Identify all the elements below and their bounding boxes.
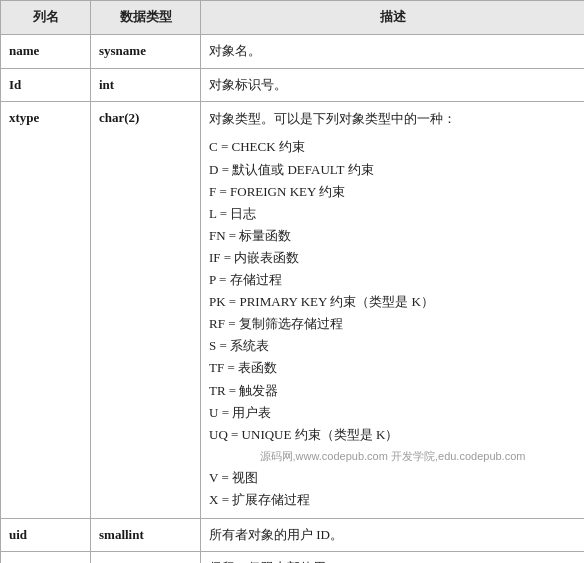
xtype-line-9: RF = 复制筛选存储过程 — [209, 313, 576, 335]
xtype-line-16: X = 扩展存储过程 — [209, 489, 576, 511]
header-type: 数据类型 — [91, 1, 201, 35]
xtype-line-10: S = 系统表 — [209, 335, 576, 357]
xtype-description: 对象类型。可以是下列对象类型中的一种： C = CHECK 约束 D = 默认值… — [209, 108, 576, 511]
col-type-id: int — [91, 68, 201, 102]
xtype-line-7: P = 存储过程 — [209, 269, 576, 291]
xtype-line-4: L = 日志 — [209, 203, 576, 225]
col-name-name: name — [1, 34, 91, 68]
xtype-line-0: 对象类型。可以是下列对象类型中的一种： — [209, 108, 576, 130]
col-type-info: smallint — [91, 552, 201, 563]
xtype-line-8: PK = PRIMARY KEY 约束（类型是 K） — [209, 291, 576, 313]
col-desc-id: 对象标识号。 — [201, 68, 585, 102]
xtype-line-11: TF = 表函数 — [209, 357, 576, 379]
xtype-line-12: TR = 触发器 — [209, 380, 576, 402]
xtype-line-14: UQ = UNIQUE 约束（类型是 K） — [209, 424, 576, 446]
col-desc-info: 保留。仅限内部使用。 — [201, 552, 585, 563]
header-desc: 描述 — [201, 1, 585, 35]
table-row-uid: uid smallint 所有者对象的用户 ID。 — [1, 518, 585, 552]
table-row: Id int 对象标识号。 — [1, 68, 585, 102]
xtype-line-6: IF = 内嵌表函数 — [209, 247, 576, 269]
col-type-name: sysname — [91, 34, 201, 68]
xtype-line-15: V = 视图 — [209, 467, 576, 489]
col-name-uid: uid — [1, 518, 91, 552]
col-type-xtype: char(2) — [91, 102, 201, 518]
table-row-info: info smallint 保留。仅限内部使用。 — [1, 552, 585, 563]
xtype-line-3: F = FOREIGN KEY 约束 — [209, 181, 576, 203]
watermark-text: 源码网,www.codepub.com 开发学院,edu.codepub.com — [209, 446, 576, 468]
col-name-id: Id — [1, 68, 91, 102]
col-desc-name: 对象名。 — [201, 34, 585, 68]
col-name-xtype: xtype — [1, 102, 91, 518]
xtype-line-13: U = 用户表 — [209, 402, 576, 424]
header-name: 列名 — [1, 1, 91, 35]
xtype-line-2: D = 默认值或 DEFAULT 约束 — [209, 159, 576, 181]
xtype-line-1: C = CHECK 约束 — [209, 136, 576, 158]
col-desc-uid: 所有者对象的用户 ID。 — [201, 518, 585, 552]
table-row: name sysname 对象名。 — [1, 34, 585, 68]
table-row-xtype: xtype char(2) 对象类型。可以是下列对象类型中的一种： C = CH… — [1, 102, 585, 518]
xtype-line-5: FN = 标量函数 — [209, 225, 576, 247]
col-name-info: info — [1, 552, 91, 563]
col-desc-xtype: 对象类型。可以是下列对象类型中的一种： C = CHECK 约束 D = 默认值… — [201, 102, 585, 518]
col-type-uid: smallint — [91, 518, 201, 552]
